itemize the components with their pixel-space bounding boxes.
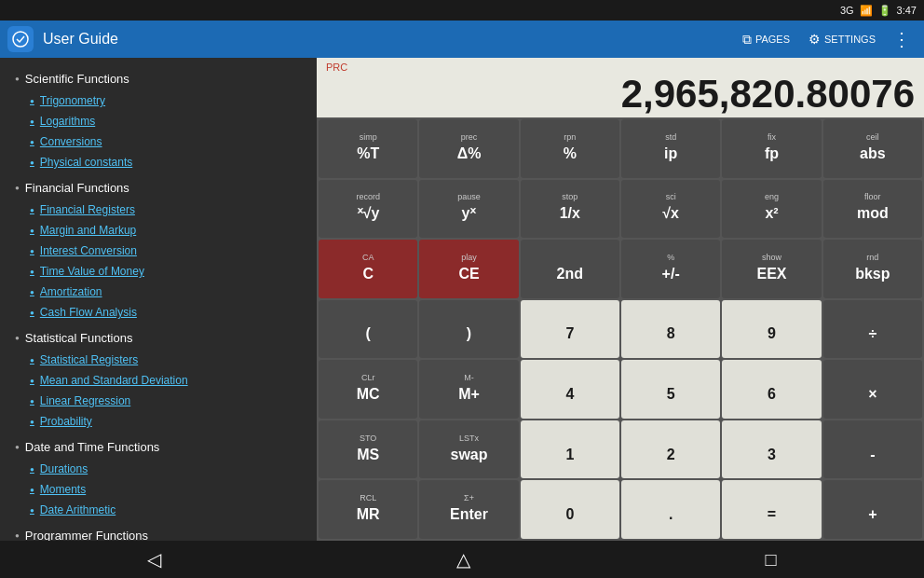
sidebar-item-0-2[interactable]: ●Conversions (0, 131, 317, 152)
calc-btn-1-3[interactable]: sci √x (621, 180, 720, 239)
calc-btn-0-3[interactable]: std ip (621, 119, 720, 178)
calc-btn-2-5[interactable]: rnd bksp (823, 240, 922, 298)
calc-btn-2-0[interactable]: CA C (319, 240, 417, 298)
calc-btn-2-2[interactable]: 2nd (521, 240, 619, 298)
btn-main-label: %T (357, 144, 379, 162)
sidebar-section-title-1[interactable]: ●Financial Functions (0, 176, 317, 200)
calc-btn-5-4[interactable]: 3 (722, 420, 821, 479)
calc-btn-0-5[interactable]: ceil abs (823, 119, 922, 178)
sidebar-section-title-0[interactable]: ●Scientific Functions (0, 67, 317, 90)
recents-button[interactable]: □ (747, 545, 795, 574)
calc-btn-5-0[interactable]: STO MS (319, 420, 417, 479)
btn-top-label: stop (562, 193, 578, 204)
btn-top-label: prec (461, 133, 478, 144)
settings-icon: ⚙ (808, 32, 821, 47)
calc-btn-1-0[interactable]: record ˣ√y (319, 180, 417, 239)
sidebar-section-title-4[interactable]: ●Programmer Functions (0, 524, 317, 541)
sidebar-item-0-0[interactable]: ●Trigonometry (0, 90, 317, 111)
sidebar-section-title-3[interactable]: ●Date and Time Functions (0, 435, 317, 459)
calc-btn-0-2[interactable]: rpn % (521, 119, 619, 178)
calc-btn-3-2[interactable]: 7 (521, 300, 619, 359)
sidebar-item-label: Moments (40, 483, 86, 496)
calc-btn-1-1[interactable]: pause yˣ (419, 180, 518, 239)
sidebar-item-2-3[interactable]: ●Probability (0, 411, 317, 432)
item-bullet: ● (30, 465, 34, 474)
sidebar-item-3-2[interactable]: ●Date Arithmetic (0, 500, 317, 520)
calc-btn-6-2[interactable]: 0 (521, 480, 619, 539)
calc-btn-4-3[interactable]: 5 (621, 360, 720, 419)
sidebar-item-3-0[interactable]: ●Durations (0, 459, 317, 479)
btn-main-label: . (669, 505, 673, 523)
sidebar-item-label: Logarithms (40, 115, 95, 128)
more-options-button[interactable]: ⋮ (887, 24, 917, 54)
calc-btn-3-4[interactable]: 9 (722, 300, 821, 359)
calc-btn-4-1[interactable]: M- M+ (419, 360, 518, 419)
sidebar-item-label: Durations (40, 462, 88, 475)
sidebar-section-2: ●Statistical Functions●Statistical Regis… (0, 324, 317, 434)
battery-icon: 🔋 (878, 5, 891, 17)
btn-top-label: sci (666, 193, 676, 204)
calc-btn-4-2[interactable]: 4 (521, 360, 619, 419)
sidebar-item-2-0[interactable]: ●Statistical Registers (0, 350, 317, 370)
sidebar-item-1-1[interactable]: ●Margin and Markup (0, 220, 317, 241)
calc-btn-6-3[interactable]: . (621, 480, 720, 539)
calc-btn-6-0[interactable]: RCL MR (319, 480, 417, 539)
calc-btn-6-5[interactable]: + (823, 480, 922, 539)
settings-button[interactable]: ⚙ SETTINGS (801, 28, 883, 50)
calc-btn-0-0[interactable]: simp %T (319, 119, 417, 178)
calc-btn-4-4[interactable]: 6 (722, 360, 821, 419)
calc-btn-3-1[interactable]: ) (419, 300, 518, 359)
sidebar-item-1-0[interactable]: ●Financial Registers (0, 200, 317, 220)
calc-btn-2-3[interactable]: % +/- (621, 240, 720, 298)
btn-main-label: √x (662, 204, 679, 222)
calc-btn-6-4[interactable]: = (722, 480, 821, 539)
btn-main-label: abs (860, 144, 886, 162)
back-button[interactable]: ◁ (129, 544, 180, 574)
sidebar-item-1-4[interactable]: ●Amortization (0, 282, 317, 302)
sidebar-item-0-1[interactable]: ●Logarithms (0, 111, 317, 131)
sidebar-item-3-1[interactable]: ●Moments (0, 479, 317, 500)
calc-btn-3-0[interactable]: ( (319, 300, 417, 359)
sidebar-item-2-1[interactable]: ●Mean and Standard Deviation (0, 370, 317, 391)
sidebar-section-title-2[interactable]: ●Statistical Functions (0, 326, 317, 350)
calc-btn-6-1[interactable]: Σ+ Enter (419, 480, 518, 539)
sidebar-item-0-3[interactable]: ●Physical constants (0, 152, 317, 172)
calc-btn-4-5[interactable]: × (823, 360, 922, 419)
item-bullet: ● (30, 227, 34, 235)
calc-btn-5-5[interactable]: - (823, 420, 922, 479)
btn-top-label: M- (464, 374, 474, 385)
section-bullet: ● (15, 443, 20, 451)
calc-btn-3-5[interactable]: ÷ (823, 300, 922, 359)
btn-main-label: 5 (667, 385, 675, 403)
sidebar-item-label: Cash Flow Analysis (40, 306, 137, 319)
pages-button[interactable]: ⧉ PAGES (735, 28, 797, 51)
calc-btn-2-4[interactable]: show EEX (722, 240, 821, 298)
btn-main-label: 7 (565, 324, 574, 342)
sidebar-item-1-2[interactable]: ●Interest Conversion (0, 241, 317, 261)
btn-main-label: = (768, 505, 776, 523)
sidebar: ●Scientific Functions●Trigonometry●Logar… (0, 58, 317, 541)
item-bullet: ● (30, 486, 34, 494)
btn-main-label: MC (357, 385, 380, 403)
calc-btn-5-3[interactable]: 2 (621, 420, 720, 479)
calc-btn-4-0[interactable]: CLr MC (319, 360, 417, 419)
network-indicator: 3G (840, 5, 854, 16)
calc-btn-1-5[interactable]: floor mod (823, 180, 922, 239)
calc-btn-0-1[interactable]: prec Δ% (419, 119, 518, 178)
sidebar-item-label: Probability (40, 415, 92, 428)
calc-btn-2-1[interactable]: play CE (419, 240, 518, 298)
sidebar-item-2-2[interactable]: ●Linear Regression (0, 391, 317, 411)
calc-btn-1-2[interactable]: stop 1/x (521, 180, 619, 239)
calc-btn-5-2[interactable]: 1 (521, 420, 619, 479)
sidebar-item-1-3[interactable]: ●Time Value of Money (0, 261, 317, 282)
btn-main-label: 9 (768, 324, 776, 342)
calc-btn-5-1[interactable]: LSTx swap (419, 420, 518, 479)
home-button[interactable]: △ (438, 544, 489, 574)
calc-btn-1-4[interactable]: eng x² (722, 180, 821, 239)
sidebar-item-1-5[interactable]: ●Cash Flow Analysis (0, 302, 317, 323)
btn-top-label: CLr (361, 374, 375, 385)
item-bullet: ● (30, 138, 34, 146)
btn-main-label: Δ% (457, 144, 482, 162)
calc-btn-0-4[interactable]: fix fp (722, 119, 821, 178)
calc-btn-3-3[interactable]: 8 (621, 300, 720, 359)
